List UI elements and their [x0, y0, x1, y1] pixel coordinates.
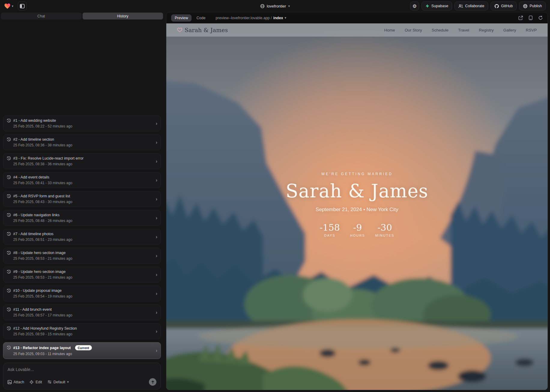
chevron-down-icon: ▾ — [285, 16, 286, 19]
history-item-timestamp: 25 Feb 2025, 08:38 - 36 minutes ago — [13, 162, 152, 166]
history-item[interactable]: #9 - Update hero section image 25 Feb 20… — [3, 267, 161, 283]
attach-label: Attach — [14, 380, 24, 384]
history-clock-icon — [7, 308, 11, 312]
history-item-title: #12 - Add Honeyfund Registry Section — [13, 326, 77, 331]
history-item[interactable]: #5 - Add RSVP form and guest list 25 Feb… — [3, 191, 161, 207]
history-item[interactable]: #10 - Update proposal image 25 Feb 2025,… — [3, 286, 161, 301]
attach-button[interactable]: Attach — [8, 380, 24, 384]
hero-section: WE'RE GETTING MARRIED Sarah & James Sept… — [166, 172, 548, 237]
site-nav-link[interactable]: Gallery — [503, 28, 516, 32]
site-nav-link[interactable]: RSVP — [526, 28, 537, 32]
tab-chat[interactable]: Chat — [1, 13, 82, 19]
history-item-timestamp: 25 Feb 2025, 08:54 - 19 minutes ago — [13, 294, 152, 298]
history-item[interactable]: #13 - Refactor index page layout Current… — [3, 342, 161, 359]
history-item-timestamp: 25 Feb 2025, 09:03 - 11 minutes ago — [13, 352, 152, 356]
project-switcher[interactable]: lovefrontier ▾ — [260, 0, 290, 12]
sidebar-tabs: Chat History — [0, 12, 164, 19]
chat-composer[interactable]: Attach Edit — [3, 363, 161, 390]
gear-icon: ⚙ — [412, 3, 417, 9]
supabase-icon — [425, 4, 429, 8]
external-link-icon[interactable] — [518, 16, 523, 20]
chevron-down-icon: ▾ — [12, 4, 14, 8]
countdown-label: HOURS — [350, 234, 365, 237]
history-item-title: #1 - Add wedding website — [13, 118, 56, 123]
chevron-right-icon: › — [156, 329, 157, 334]
history-item[interactable]: #6 - Update navigation links 25 Feb 2025… — [3, 210, 161, 226]
history-item-title: #6 - Update navigation links — [13, 213, 59, 217]
arrow-up-icon — [151, 380, 155, 384]
site-nav-link[interactable]: Travel — [458, 28, 469, 32]
settings-button[interactable]: ⚙ — [410, 1, 419, 10]
countdown-unit: -30 MINUTES — [375, 222, 394, 237]
collaborate-label: Collaborate — [465, 4, 484, 8]
hero-title: Sarah & James — [166, 180, 548, 202]
history-item-title: #9 - Update hero section image — [13, 270, 65, 274]
github-button[interactable]: GitHub — [491, 1, 517, 10]
tab-preview[interactable]: Preview — [171, 14, 192, 22]
chevron-right-icon: › — [156, 348, 157, 353]
countdown-value: -9 — [350, 222, 365, 233]
history-clock-icon — [7, 138, 11, 142]
ask-lovable-input[interactable] — [8, 367, 156, 372]
history-item[interactable]: #2 - Add timeline section 25 Feb 2025, 0… — [3, 134, 161, 150]
edit-button[interactable]: Edit — [29, 380, 42, 384]
history-clock-icon — [7, 194, 11, 198]
tab-history[interactable]: History — [83, 13, 163, 19]
site-nav-link[interactable]: Registry — [479, 28, 494, 32]
history-item-title: #3 - Fix: Resolve Lucide-react import er… — [13, 156, 83, 160]
history-clock-icon — [7, 346, 11, 350]
supabase-label: Supabase — [431, 4, 448, 8]
lovable-logo-menu[interactable]: ▾ — [4, 3, 14, 9]
tab-code[interactable]: Code — [193, 14, 208, 22]
toggle-sidebar-button[interactable] — [18, 1, 27, 10]
chevron-down-icon: ▾ — [288, 4, 290, 8]
preview-url[interactable]: preview--lovefrontier.lovable.app / inde… — [216, 16, 286, 20]
publish-label: Publish — [530, 4, 542, 8]
history-clock-icon — [7, 232, 11, 236]
history-item[interactable]: #7 - Add timeline photos 25 Feb 2025, 08… — [3, 229, 161, 245]
preview-toolbar: Preview Code preview--lovefrontier.lovab… — [166, 12, 548, 23]
refresh-icon[interactable] — [538, 16, 543, 20]
history-item-title: #4 - Add event details — [13, 175, 49, 179]
chevron-right-icon: › — [156, 178, 157, 183]
history-item-timestamp: 25 Feb 2025, 08:57 - 17 minutes ago — [13, 313, 152, 317]
history-item[interactable]: #3 - Fix: Resolve Lucide-react import er… — [3, 153, 161, 169]
history-clock-icon — [7, 251, 11, 255]
site-nav-link[interactable]: Schedule — [432, 28, 449, 32]
history-item[interactable]: #11 - Add brunch event 25 Feb 2025, 08:5… — [3, 304, 161, 320]
history-item[interactable]: #12 - Add Honeyfund Registry Section 25 … — [3, 323, 161, 339]
lovable-heart-icon — [4, 3, 11, 9]
github-icon — [494, 4, 499, 8]
history-clock-icon — [7, 119, 11, 123]
countdown-label: MINUTES — [375, 234, 394, 237]
chevron-right-icon: › — [156, 235, 157, 239]
collaborate-button[interactable]: Collaborate — [455, 1, 488, 10]
current-badge: Current — [75, 345, 92, 350]
site-nav-link[interactable]: Home — [384, 28, 395, 32]
preview-url-base: preview--lovefrontier.lovable.app / — [216, 16, 272, 20]
countdown-unit: -158 DAYS — [320, 222, 340, 237]
smartphone-icon[interactable] — [529, 16, 533, 20]
countdown-value: -158 — [320, 222, 340, 233]
mode-select[interactable]: Default ▾ — [47, 380, 69, 384]
publish-button[interactable]: Publish — [519, 1, 546, 10]
history-item[interactable]: #1 - Add wedding website 25 Feb 2025, 08… — [3, 115, 161, 131]
countdown-unit: -9 HOURS — [350, 222, 365, 237]
history-clock-icon — [7, 175, 11, 179]
history-item-timestamp: 25 Feb 2025, 08:59 - 15 minutes ago — [13, 332, 152, 336]
history-item-title: #13 - Refactor index page layout — [13, 346, 71, 350]
history-item[interactable]: #4 - Add event details 25 Feb 2025, 08:4… — [3, 172, 161, 188]
history-item[interactable]: #8 - Update hero section image 25 Feb 20… — [3, 248, 161, 264]
app-topbar: ▾ lovefrontier ▾ ⚙ Supabase — [0, 0, 550, 12]
countdown-value: -30 — [375, 222, 394, 233]
chevron-right-icon: › — [156, 272, 157, 277]
site-nav-link[interactable]: Our Story — [405, 28, 422, 32]
history-clock-icon — [7, 270, 11, 274]
site-logo[interactable]: Sarah & James — [177, 27, 228, 33]
supabase-button[interactable]: Supabase — [422, 1, 452, 10]
history-item-title: #5 - Add RSVP form and guest list — [13, 194, 70, 198]
history-clock-icon — [7, 327, 11, 331]
chevron-right-icon: › — [156, 140, 157, 145]
send-button[interactable] — [149, 378, 156, 386]
history-clock-icon — [7, 289, 11, 293]
